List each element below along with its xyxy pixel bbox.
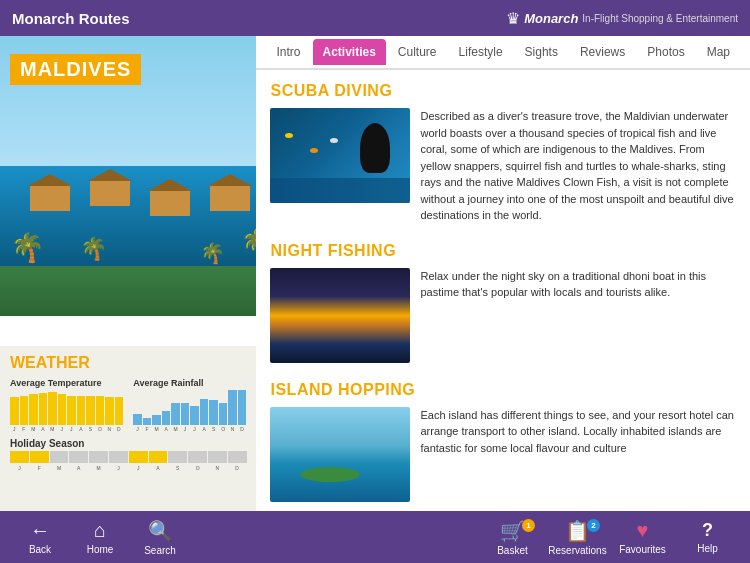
basket-icon: 🛒 [500, 519, 525, 543]
help-label: Help [697, 543, 718, 554]
m2: F [20, 426, 29, 432]
hb-f [30, 451, 49, 463]
hut-2 [90, 181, 130, 206]
tab-photos[interactable]: Photos [637, 39, 694, 65]
activities-content: SCUBA DIVING Described as a diver's trea… [256, 70, 750, 511]
home-icon: ⌂ [94, 519, 106, 542]
tab-reviews[interactable]: Reviews [570, 39, 635, 65]
m11: N [105, 426, 114, 432]
tab-intro[interactable]: Intro [266, 39, 310, 65]
rm9: S [209, 426, 218, 432]
m5: M [48, 426, 57, 432]
rbar-5 [171, 403, 180, 425]
home-button[interactable]: ⌂ Home [70, 519, 130, 555]
back-button[interactable]: ← Back [10, 519, 70, 555]
hb-jul [129, 451, 148, 463]
tab-culture[interactable]: Culture [388, 39, 447, 65]
hb-nov [208, 451, 227, 463]
m12: D [115, 426, 124, 432]
bar-9 [86, 396, 95, 425]
favourites-label: Favourites [619, 544, 666, 555]
rm12: D [238, 426, 247, 432]
weather-title: WEATHER [10, 354, 246, 372]
hb-dec [228, 451, 247, 463]
home-label: Home [87, 544, 114, 555]
activity-island-hopping: ISLAND HOPPING Each island has different… [270, 381, 736, 502]
search-icon: 🔍 [148, 519, 173, 543]
rbar-1 [133, 414, 142, 425]
search-button[interactable]: 🔍 Search [130, 519, 190, 556]
rain-bars [133, 390, 246, 425]
reservations-button[interactable]: 2 📋 Reservations [545, 519, 610, 556]
bottom-nav: ← Back ⌂ Home 🔍 Search 1 🛒 Basket 2 📋 Re… [0, 511, 750, 563]
rm5: M [171, 426, 180, 432]
island-hopping-title: ISLAND HOPPING [270, 381, 736, 399]
basket-badge: 1 [522, 519, 535, 532]
scuba-title: SCUBA DIVING [270, 82, 736, 100]
temp-months: J F M A M J J A S O N D [10, 426, 123, 432]
night-fishing-title: NIGHT FISHING [270, 242, 736, 260]
favourites-icon: ♥ [637, 519, 649, 542]
main-content: 🌴 🌴 🌴 🌴 MALDIVES WEATHER Average Tempera… [0, 36, 750, 511]
destination-label: MALDIVES [10, 54, 141, 85]
island-hopping-body: Each island has different things to see,… [270, 407, 736, 502]
bar-12 [115, 397, 124, 425]
m3: M [29, 426, 38, 432]
fish-2 [310, 148, 318, 153]
m6: J [58, 426, 67, 432]
rm3: M [152, 426, 161, 432]
bar-4 [39, 393, 48, 425]
favourites-button[interactable]: ♥ Favourites [610, 519, 675, 555]
tab-map[interactable]: Map [697, 39, 740, 65]
rm8: A [200, 426, 209, 432]
tab-activities[interactable]: Activities [313, 39, 386, 65]
diver-icon [360, 123, 390, 173]
hb-a [69, 451, 88, 463]
bar-5 [48, 392, 57, 425]
bar-2 [20, 396, 29, 425]
holiday-label: Holiday Season [10, 438, 246, 449]
palm-icon-2: 🌴 [240, 226, 256, 259]
tab-bar: Intro Activities Culture Lifestyle Sight… [256, 36, 750, 70]
brand-area: ♛ Monarch In-Flight Shopping & Entertain… [506, 9, 738, 28]
night-fishing-desc: Relax under the night sky on a tradition… [420, 268, 736, 363]
basket-button[interactable]: 1 🛒 Basket [480, 519, 545, 556]
hut-1 [30, 186, 70, 211]
hb-jun [109, 451, 128, 463]
right-panel: Intro Activities Culture Lifestyle Sight… [256, 36, 750, 511]
palm-icon-1: 🌴 [10, 231, 45, 264]
bar-11 [105, 397, 114, 425]
rbar-8 [200, 399, 209, 425]
bar-8 [77, 396, 86, 425]
scuba-image [270, 108, 410, 203]
rm6: J [181, 426, 190, 432]
m9: S [86, 426, 95, 432]
hb-oct [188, 451, 207, 463]
reservations-label: Reservations [548, 545, 606, 556]
activity-night-fishing: NIGHT FISHING Relax under the night sky … [270, 242, 736, 363]
back-icon: ← [30, 519, 50, 542]
rm11: N [228, 426, 237, 432]
rbar-10 [219, 403, 228, 425]
tab-sights[interactable]: Sights [515, 39, 568, 65]
help-button[interactable]: ? Help [675, 520, 740, 554]
rbar-3 [152, 415, 161, 426]
temp-label: Average Temperature [10, 378, 123, 388]
rbar-11 [228, 390, 237, 425]
ground-bg: 🌴 🌴 🌴 🌴 [0, 266, 256, 316]
coral-icon [270, 178, 410, 203]
rbar-2 [143, 418, 152, 425]
activity-scuba: SCUBA DIVING Described as a diver's trea… [270, 82, 736, 224]
app-title: Monarch Routes [12, 10, 130, 27]
help-icon: ? [702, 520, 713, 541]
crown-icon: ♛ [506, 9, 520, 28]
holiday-section: Holiday Season J F [10, 438, 246, 471]
hut-4 [210, 186, 250, 211]
bar-1 [10, 397, 19, 425]
fish-1 [285, 133, 293, 138]
night-fishing-body: Relax under the night sky on a tradition… [270, 268, 736, 363]
fish-3 [330, 138, 338, 143]
tab-lifestyle[interactable]: Lifestyle [449, 39, 513, 65]
hut-3 [150, 191, 190, 216]
night-fishing-image [270, 268, 410, 363]
